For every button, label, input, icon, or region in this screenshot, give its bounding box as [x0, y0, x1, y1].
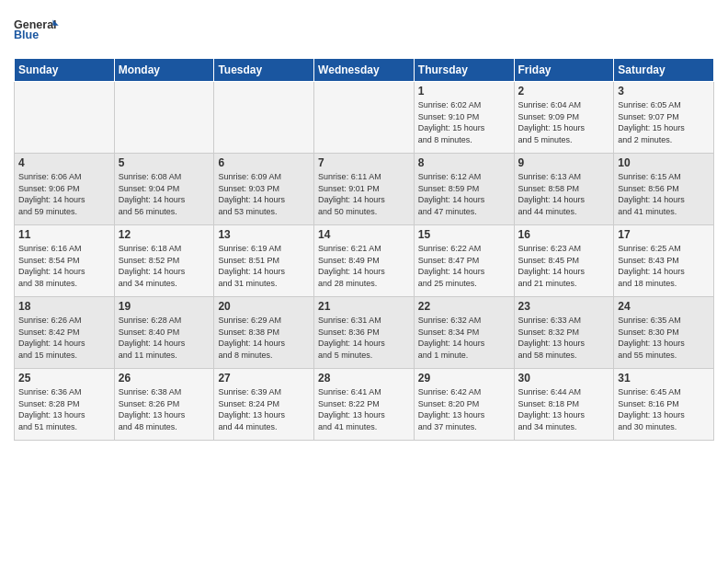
week-row-4: 18Sunrise: 6:26 AM Sunset: 8:42 PM Dayli… [15, 297, 714, 369]
day-info: Sunrise: 6:31 AM Sunset: 8:36 PM Dayligh… [318, 315, 410, 361]
day-info: Sunrise: 6:06 AM Sunset: 9:06 PM Dayligh… [18, 171, 110, 217]
day-number: 11 [18, 228, 110, 241]
day-number: 13 [218, 228, 310, 241]
day-cell [314, 82, 415, 154]
day-number: 16 [518, 228, 610, 241]
day-cell: 22Sunrise: 6:32 AM Sunset: 8:34 PM Dayli… [414, 297, 514, 369]
day-cell: 12Sunrise: 6:18 AM Sunset: 8:52 PM Dayli… [114, 225, 214, 297]
day-info: Sunrise: 6:25 AM Sunset: 8:43 PM Dayligh… [618, 243, 710, 289]
column-headers: SundayMondayTuesdayWednesdayThursdayFrid… [15, 59, 714, 82]
day-cell: 29Sunrise: 6:42 AM Sunset: 8:20 PM Dayli… [414, 369, 514, 441]
col-header-thursday: Thursday [414, 59, 514, 82]
day-info: Sunrise: 6:45 AM Sunset: 8:16 PM Dayligh… [618, 386, 710, 432]
day-number: 5 [119, 156, 210, 169]
col-header-monday: Monday [114, 59, 214, 82]
day-cell: 28Sunrise: 6:41 AM Sunset: 8:22 PM Dayli… [314, 369, 415, 441]
week-row-1: 1Sunrise: 6:02 AM Sunset: 9:10 PM Daylig… [15, 82, 714, 154]
day-number: 4 [18, 156, 110, 169]
day-cell: 25Sunrise: 6:36 AM Sunset: 8:28 PM Dayli… [15, 369, 115, 441]
day-cell: 20Sunrise: 6:29 AM Sunset: 8:38 PM Dayli… [214, 297, 314, 369]
day-cell: 6Sunrise: 6:09 AM Sunset: 9:03 PM Daylig… [214, 154, 314, 225]
day-cell: 5Sunrise: 6:08 AM Sunset: 9:04 PM Daylig… [114, 154, 214, 225]
day-number: 24 [618, 300, 710, 313]
day-info: Sunrise: 6:23 AM Sunset: 8:45 PM Dayligh… [518, 243, 610, 289]
day-number: 8 [418, 156, 510, 169]
day-cell: 27Sunrise: 6:39 AM Sunset: 8:24 PM Dayli… [214, 369, 314, 441]
day-number: 29 [418, 372, 510, 385]
day-info: Sunrise: 6:11 AM Sunset: 9:01 PM Dayligh… [318, 171, 410, 217]
calendar-table: SundayMondayTuesdayWednesdayThursdayFrid… [14, 58, 714, 441]
col-header-sunday: Sunday [15, 59, 115, 82]
calendar-body: 1Sunrise: 6:02 AM Sunset: 9:10 PM Daylig… [15, 82, 714, 441]
col-header-friday: Friday [514, 59, 614, 82]
day-info: Sunrise: 6:19 AM Sunset: 8:51 PM Dayligh… [218, 243, 310, 289]
day-cell: 30Sunrise: 6:44 AM Sunset: 8:18 PM Dayli… [514, 369, 614, 441]
day-info: Sunrise: 6:16 AM Sunset: 8:54 PM Dayligh… [18, 243, 110, 289]
day-info: Sunrise: 6:39 AM Sunset: 8:24 PM Dayligh… [218, 386, 310, 432]
logo: General Blue [14, 9, 60, 51]
day-number: 14 [318, 228, 410, 241]
col-header-tuesday: Tuesday [214, 59, 314, 82]
day-cell: 26Sunrise: 6:38 AM Sunset: 8:26 PM Dayli… [114, 369, 214, 441]
day-info: Sunrise: 6:05 AM Sunset: 9:07 PM Dayligh… [618, 99, 710, 145]
col-header-saturday: Saturday [614, 59, 714, 82]
day-cell: 3Sunrise: 6:05 AM Sunset: 9:07 PM Daylig… [614, 82, 714, 154]
day-number: 6 [218, 156, 310, 169]
day-number: 3 [618, 85, 710, 98]
day-number: 2 [518, 85, 610, 98]
day-info: Sunrise: 6:13 AM Sunset: 8:58 PM Dayligh… [518, 171, 610, 217]
day-number: 20 [218, 300, 310, 313]
day-cell: 8Sunrise: 6:12 AM Sunset: 8:59 PM Daylig… [414, 154, 514, 225]
day-cell: 9Sunrise: 6:13 AM Sunset: 8:58 PM Daylig… [514, 154, 614, 225]
day-cell: 16Sunrise: 6:23 AM Sunset: 8:45 PM Dayli… [514, 225, 614, 297]
day-cell [15, 82, 115, 154]
day-number: 25 [18, 372, 110, 385]
day-number: 17 [618, 228, 710, 241]
day-cell: 11Sunrise: 6:16 AM Sunset: 8:54 PM Dayli… [15, 225, 115, 297]
day-cell: 14Sunrise: 6:21 AM Sunset: 8:49 PM Dayli… [314, 225, 415, 297]
day-number: 12 [119, 228, 210, 241]
day-number: 15 [418, 228, 510, 241]
day-number: 31 [618, 372, 710, 385]
day-cell: 13Sunrise: 6:19 AM Sunset: 8:51 PM Dayli… [214, 225, 314, 297]
day-number: 26 [119, 372, 210, 385]
day-info: Sunrise: 6:26 AM Sunset: 8:42 PM Dayligh… [18, 315, 110, 361]
header: General Blue [14, 9, 714, 51]
day-info: Sunrise: 6:28 AM Sunset: 8:40 PM Dayligh… [119, 315, 210, 361]
day-number: 22 [418, 300, 510, 313]
day-info: Sunrise: 6:33 AM Sunset: 8:32 PM Dayligh… [518, 315, 610, 361]
day-cell: 23Sunrise: 6:33 AM Sunset: 8:32 PM Dayli… [514, 297, 614, 369]
day-info: Sunrise: 6:15 AM Sunset: 8:56 PM Dayligh… [618, 171, 710, 217]
day-info: Sunrise: 6:22 AM Sunset: 8:47 PM Dayligh… [418, 243, 510, 289]
day-cell: 4Sunrise: 6:06 AM Sunset: 9:06 PM Daylig… [15, 154, 115, 225]
day-info: Sunrise: 6:38 AM Sunset: 8:26 PM Dayligh… [119, 386, 210, 432]
day-info: Sunrise: 6:09 AM Sunset: 9:03 PM Dayligh… [218, 171, 310, 217]
day-cell [214, 82, 314, 154]
day-info: Sunrise: 6:08 AM Sunset: 9:04 PM Dayligh… [119, 171, 210, 217]
day-cell: 17Sunrise: 6:25 AM Sunset: 8:43 PM Dayli… [614, 225, 714, 297]
day-info: Sunrise: 6:12 AM Sunset: 8:59 PM Dayligh… [418, 171, 510, 217]
day-cell [114, 82, 214, 154]
day-info: Sunrise: 6:32 AM Sunset: 8:34 PM Dayligh… [418, 315, 510, 361]
week-row-3: 11Sunrise: 6:16 AM Sunset: 8:54 PM Dayli… [15, 225, 714, 297]
day-info: Sunrise: 6:36 AM Sunset: 8:28 PM Dayligh… [18, 386, 110, 432]
day-cell: 2Sunrise: 6:04 AM Sunset: 9:09 PM Daylig… [514, 82, 614, 154]
day-cell: 18Sunrise: 6:26 AM Sunset: 8:42 PM Dayli… [15, 297, 115, 369]
svg-text:Blue: Blue [14, 29, 39, 41]
day-number: 1 [418, 85, 510, 98]
day-info: Sunrise: 6:42 AM Sunset: 8:20 PM Dayligh… [418, 386, 510, 432]
day-info: Sunrise: 6:18 AM Sunset: 8:52 PM Dayligh… [119, 243, 210, 289]
day-cell: 1Sunrise: 6:02 AM Sunset: 9:10 PM Daylig… [414, 82, 514, 154]
col-header-wednesday: Wednesday [314, 59, 415, 82]
day-info: Sunrise: 6:44 AM Sunset: 8:18 PM Dayligh… [518, 386, 610, 432]
day-number: 30 [518, 372, 610, 385]
day-info: Sunrise: 6:21 AM Sunset: 8:49 PM Dayligh… [318, 243, 410, 289]
day-number: 9 [518, 156, 610, 169]
week-row-5: 25Sunrise: 6:36 AM Sunset: 8:28 PM Dayli… [15, 369, 714, 441]
day-number: 27 [218, 372, 310, 385]
day-cell: 31Sunrise: 6:45 AM Sunset: 8:16 PM Dayli… [614, 369, 714, 441]
day-cell: 7Sunrise: 6:11 AM Sunset: 9:01 PM Daylig… [314, 154, 415, 225]
day-cell: 24Sunrise: 6:35 AM Sunset: 8:30 PM Dayli… [614, 297, 714, 369]
day-number: 23 [518, 300, 610, 313]
week-row-2: 4Sunrise: 6:06 AM Sunset: 9:06 PM Daylig… [15, 154, 714, 225]
